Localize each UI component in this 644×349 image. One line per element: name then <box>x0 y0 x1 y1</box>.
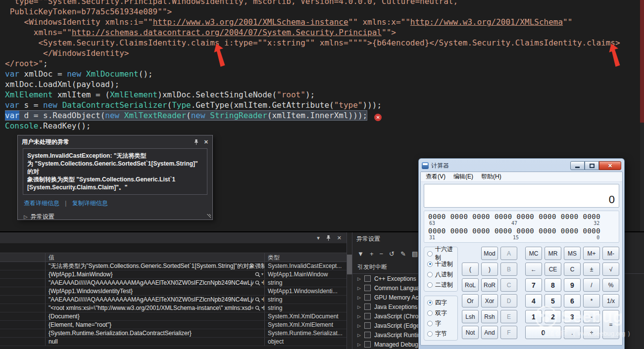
radio-十六进制[interactable]: 十六进制 <box>427 250 454 258</box>
radio-字节[interactable]: 字节 <box>427 330 454 338</box>
exception-checkbox[interactable] <box>364 313 371 319</box>
table-row[interactable]: {Element, Name="root"}System.Xml.XmlElem… <box>0 321 347 329</box>
calc-key-MS[interactable]: MS <box>564 247 581 260</box>
calc-key-√[interactable]: √ <box>602 262 619 276</box>
table-row[interactable]: "无法将类型为"System.Collections.Generic.Sorte… <box>0 262 347 270</box>
table-row[interactable]: {System.Runtime.Serialization.DataContra… <box>0 329 347 338</box>
calc-key-C[interactable]: C <box>500 278 517 292</box>
table-row[interactable]: {WpfApp1.WindowsIdentityTest}WpfApp1.Win… <box>0 287 347 296</box>
expander-icon[interactable]: ▷ <box>357 323 361 328</box>
menu-item[interactable]: 查看(V) <box>426 173 446 181</box>
code-line[interactable]: <WindowsIdentity xmlns:i=""http://www.w3… <box>5 17 620 27</box>
expander-icon[interactable]: ▷ <box>357 295 361 300</box>
calc-key-Rsh[interactable]: Rsh <box>481 310 498 323</box>
code-line[interactable]: xmlns=""http://schemas.datacontract.org/… <box>5 27 620 38</box>
code-line[interactable]: </WindowsIdentity> <box>5 48 620 58</box>
exception-checkbox[interactable] <box>364 304 371 310</box>
calc-key-0[interactable]: 0 <box>525 326 561 339</box>
radio-字[interactable]: 字 <box>427 319 454 327</box>
exception-settings-expander[interactable]: ▷ 异常设置 <box>24 213 206 221</box>
radio-四字[interactable]: 四字 <box>427 299 454 306</box>
calc-key-A[interactable]: A <box>500 247 517 260</box>
pin-icon[interactable] <box>194 139 199 145</box>
calc-key-Lsh[interactable]: Lsh <box>462 310 479 323</box>
calc-key-And[interactable]: And <box>481 326 498 339</box>
code-line[interactable]: Console.ReadKey(); <box>5 121 620 131</box>
calc-key-←[interactable]: ← <box>525 262 542 276</box>
calc-key-%[interactable]: % <box>602 278 619 292</box>
expander-icon[interactable]: ▷ <box>357 333 361 338</box>
calc-key-*[interactable]: * <box>583 294 600 307</box>
column-header-name[interactable] <box>0 253 46 262</box>
magnifier-icon[interactable]: ▾ <box>253 296 263 304</box>
calc-key-=[interactable]: = <box>602 310 619 339</box>
calc-key-1/x[interactable]: 1/x <box>602 294 619 307</box>
column-header-type[interactable]: 类型 <box>265 253 347 262</box>
calc-key-C[interactable]: C <box>564 262 581 276</box>
exception-indicator-icon[interactable]: ✕ <box>374 114 382 121</box>
restore-defaults-icon[interactable]: ↺ <box>389 250 395 258</box>
calculator-titlebar[interactable]: 计算器 ✕ <box>420 160 623 171</box>
menu-item[interactable]: 编辑(E) <box>453 173 473 181</box>
code-line[interactable]: xmlDoc.LoadXml(payload); <box>5 79 620 89</box>
code-line[interactable]: PublicKeyToken=b77a5c561934e089""> <box>5 6 620 17</box>
calc-key--[interactable]: - <box>583 310 600 323</box>
minimize-button[interactable] <box>570 161 585 170</box>
calc-key-Mod[interactable]: Mod <box>481 247 498 260</box>
code-line[interactable]: <System.Security.ClaimsIdentity.claims i… <box>5 38 620 48</box>
calc-key-5[interactable]: 5 <box>545 294 561 307</box>
calc-key-B[interactable]: B <box>500 262 517 276</box>
calc-key-.[interactable]: . <box>564 326 581 339</box>
view-details-link[interactable]: 查看详细信息 <box>24 200 59 207</box>
table-row[interactable]: "AAEAAAD/////AQAAAAAAAAAMAgAAAElTeXN0ZW0… <box>0 296 347 304</box>
maximize-button[interactable] <box>585 161 599 170</box>
calc-key-RoR[interactable]: RoR <box>481 278 498 292</box>
calc-key-M+[interactable]: M+ <box>583 247 600 260</box>
close-icon[interactable]: ✕ <box>337 235 342 241</box>
exception-checkbox[interactable] <box>364 341 371 348</box>
column-options-icon[interactable]: ▤ <box>412 250 418 258</box>
expander-icon[interactable]: ▷ <box>357 305 361 309</box>
code-line[interactable]: var xmlDoc = new XmlDocument(); <box>5 69 620 79</box>
calc-key-F[interactable]: F <box>500 326 517 339</box>
menu-item[interactable]: 帮助(H) <box>481 173 501 181</box>
exception-checkbox[interactable] <box>364 294 371 301</box>
calc-key-Or[interactable]: Or <box>462 294 479 307</box>
copy-details-link[interactable]: 复制详细信息 <box>72 200 108 207</box>
exception-checkbox[interactable] <box>364 332 371 338</box>
panel-scrollbar[interactable] <box>347 232 352 349</box>
calc-key-Not[interactable]: Not <box>462 326 479 339</box>
delete-exception-icon[interactable]: − <box>379 250 383 258</box>
close-button[interactable]: ✕ <box>599 161 621 170</box>
code-line[interactable]: </root>"; <box>5 58 620 69</box>
calc-key-([interactable]: ( <box>462 262 479 276</box>
calc-key-M-[interactable]: M- <box>602 247 619 260</box>
calc-key-1[interactable]: 1 <box>525 310 542 323</box>
resize-grip[interactable] <box>207 214 211 218</box>
expander-icon[interactable]: ▷ <box>357 314 361 319</box>
calc-key-2[interactable]: 2 <box>545 310 561 323</box>
exception-checkbox[interactable] <box>364 285 371 291</box>
code-line[interactable]: var d = s.ReadObject(new XmlTextReader(n… <box>5 110 620 121</box>
radio-二进制[interactable]: 二进制 <box>427 281 454 289</box>
magnifier-icon[interactable]: ▾ <box>253 270 263 278</box>
radio-十进制[interactable]: 十进制 <box>427 260 454 268</box>
calc-key-MC[interactable]: MC <box>525 247 542 260</box>
window-position-icon[interactable]: ▾ <box>317 235 320 241</box>
code-line[interactable]: XmlElement xmlItem = (XmlElement)xmlDoc.… <box>5 89 620 100</box>
calc-key-D[interactable]: D <box>500 294 517 307</box>
code-line[interactable]: var s = new DataContractSerializer(Type.… <box>5 100 620 110</box>
calc-key-)[interactable]: ) <box>481 262 498 276</box>
calc-key-7[interactable]: 7 <box>525 278 542 292</box>
radio-双字[interactable]: 双字 <box>427 309 454 317</box>
edit-conditions-icon[interactable]: ✎ <box>400 250 406 258</box>
calc-key-8[interactable]: 8 <box>545 278 561 292</box>
calc-key-+[interactable]: + <box>583 326 600 339</box>
code-line[interactable]: type=""System.Security.Principal.Windows… <box>5 0 620 6</box>
add-exception-icon[interactable]: + <box>370 250 374 258</box>
column-header-value[interactable]: 值 <box>46 253 265 262</box>
scrollbar-thumb[interactable] <box>347 255 352 274</box>
calc-key-MR[interactable]: MR <box>545 247 561 260</box>
pin-icon[interactable] <box>326 235 331 241</box>
table-row[interactable]: "<root xmlns:xsi=\"http://www.w3.org/200… <box>0 304 347 312</box>
